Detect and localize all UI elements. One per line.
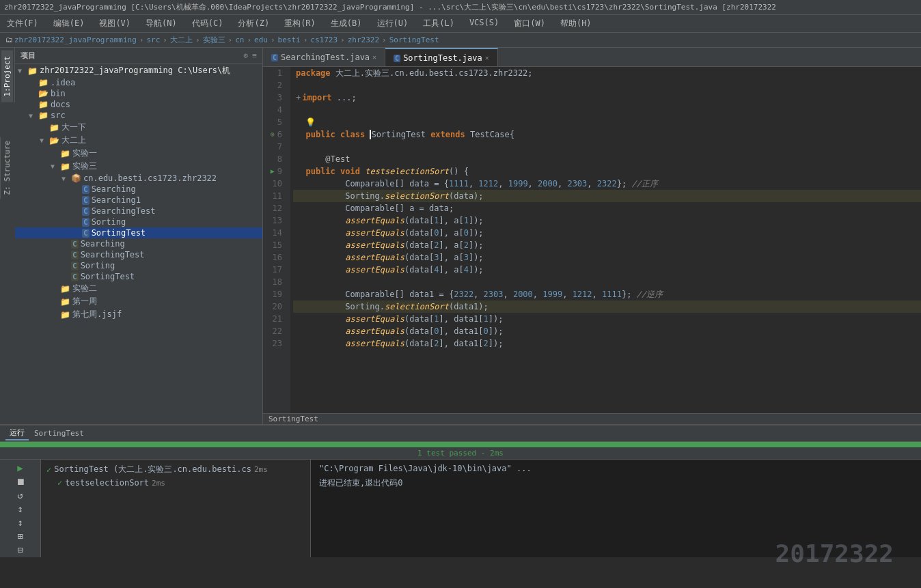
line-num-text: 19 — [273, 288, 282, 300]
tree-label: cn.edu.besti.cs1723.zhr2322 — [83, 173, 217, 183]
line-num-text: 21 — [273, 313, 282, 325]
tree-arrow: ▼ — [51, 163, 60, 170]
tree-icon: C — [71, 239, 79, 249]
tree-item[interactable]: 📂bin — [15, 88, 262, 99]
menu-item[interactable]: 运行(U) — [373, 16, 413, 31]
z-structure-tab[interactable]: Z: Structure — [0, 137, 14, 199]
editor-tab[interactable]: C SearchingTest.java ✕ — [263, 48, 385, 66]
code-line — [293, 79, 921, 92]
tab-close-button[interactable]: ✕ — [485, 54, 489, 61]
breadcrumb-item[interactable]: SortingTest — [389, 36, 439, 44]
breadcrumb-item[interactable]: besti — [278, 36, 301, 44]
run-stop-button[interactable]: ⏹ — [12, 476, 29, 487]
tree-item[interactable]: CSorting — [15, 260, 262, 271]
code-editor[interactable]: 12345⊕678▶91011121314151617181920212223 … — [263, 67, 921, 413]
run-tab[interactable]: 运行 — [5, 426, 29, 440]
test-pass-icon: ✓ — [46, 465, 51, 475]
tree-item[interactable]: ▼📁zhr20172322_javaProgramming C:\Users\机 — [15, 64, 262, 77]
tree-item[interactable]: CSearchingTest — [15, 206, 262, 216]
tree-item[interactable]: ▼📦cn.edu.besti.cs1723.zhr2322 — [15, 173, 262, 184]
menu-item[interactable]: 编辑(E) — [49, 16, 89, 31]
tree-item[interactable]: CSearching — [15, 184, 262, 195]
tree-item[interactable]: 📁docs — [15, 99, 262, 110]
tree-item[interactable]: 📁第七周.jsjf — [15, 308, 262, 321]
menu-item[interactable]: 文件(F) — [3, 16, 42, 31]
tree-arrow: ▼ — [29, 112, 38, 120]
run-sort-button[interactable]: ↕ — [12, 503, 29, 514]
menu-item[interactable]: 代码(C) — [188, 16, 228, 31]
breadcrumb-item[interactable]: 实验三 — [203, 35, 225, 45]
editor-tab[interactable]: C SortingTest.java ✕ — [385, 48, 498, 66]
code-line: assertEquals(data[2], data1[2]); — [293, 337, 921, 350]
code-line: assertEquals(data[2], a[2]); — [293, 239, 921, 251]
menu-item[interactable]: 帮助(H) — [556, 16, 596, 31]
run-subtab[interactable]: SortingTest — [34, 429, 84, 438]
tree-item[interactable]: CSearchingTest — [15, 249, 262, 260]
tree-item[interactable]: 📁大一下 — [15, 121, 262, 134]
title-bar: zhr20172322_javaProgramming [C:\Users\机械… — [0, 0, 921, 15]
line-number: 22 — [269, 325, 285, 337]
line-number: 11 — [269, 190, 285, 202]
tree-item[interactable]: ▼📂大二上 — [15, 134, 262, 147]
tree-item[interactable]: ▼📁src — [15, 110, 262, 121]
run-tree-item[interactable]: ✓SortingTest (大二上.实验三.cn.edu.besti.cs2ms — [44, 462, 307, 477]
breadcrumb-item[interactable]: zhr2322 — [348, 36, 379, 44]
run-tree: ✓SortingTest (大二上.实验三.cn.edu.besti.cs2ms… — [41, 460, 311, 557]
tree-item[interactable]: ▼📁实验三 — [15, 160, 262, 173]
gutter-expand-icon[interactable]: ⊕ — [271, 128, 275, 141]
menu-item[interactable]: 分析(Z) — [234, 16, 273, 31]
menu-item[interactable]: 重构(R) — [280, 16, 320, 31]
line-number: 18 — [269, 276, 285, 288]
line-number: 3 — [269, 92, 285, 104]
menu-item[interactable]: 工具(L) — [419, 16, 458, 31]
tree-item[interactable]: 📁实验一 — [15, 147, 262, 160]
fold-icon[interactable]: + — [296, 93, 301, 102]
vtab-project[interactable]: 1:Project — [1, 51, 13, 102]
breadcrumb-item[interactable]: 大二上 — [170, 35, 193, 45]
run-expand-button[interactable]: ⊞ — [12, 531, 29, 542]
tree-item[interactable]: CSearching — [15, 238, 262, 249]
breadcrumb-item[interactable]: edu — [254, 36, 268, 44]
tree-item[interactable]: CSortingTest — [15, 227, 262, 238]
tree-item[interactable]: 📁第一周 — [15, 295, 262, 308]
line-num-text: 8 — [277, 153, 282, 165]
run-rerun-button[interactable]: ↺ — [12, 490, 29, 501]
code-line — [293, 141, 921, 153]
run-collapse-button[interactable]: ⊟ — [12, 544, 29, 555]
line-num-text: 17 — [273, 264, 282, 276]
line-number: 7 — [269, 141, 285, 153]
tree-label: 实验三 — [72, 160, 97, 172]
panel-title: 项目 — [20, 51, 36, 61]
breadcrumb-item[interactable]: src — [146, 36, 160, 44]
run-sort2-button[interactable]: ↕ — [12, 517, 29, 528]
tree-item[interactable]: 📁.idea — [15, 77, 262, 88]
test-progress-bar — [0, 442, 921, 447]
menu-item[interactable]: 导航(N) — [141, 16, 181, 31]
menu-item[interactable]: 窗口(W) — [510, 16, 549, 31]
breadcrumb-separator: › — [247, 36, 251, 44]
breadcrumb-item[interactable]: cn — [235, 36, 244, 44]
gutter-run-icon[interactable]: ▶ — [271, 165, 275, 178]
line-num-text: 14 — [273, 227, 282, 239]
project-panel: 项目 ⚙ ≡ ▼📁zhr20172322_javaProgramming C:\… — [15, 48, 262, 424]
run-tree-item[interactable]: ✓testselectionSort2ms — [44, 477, 307, 489]
tree-label: Sorting — [92, 217, 126, 227]
tree-item[interactable]: CSortingTest — [15, 271, 262, 282]
tree-label: 第七周.jsjf — [72, 309, 122, 320]
code-line: assertEquals(data[0], data1[0]); — [293, 325, 921, 337]
tree-item[interactable]: 📁实验二 — [15, 282, 262, 295]
breadcrumb-item[interactable]: zhr20172322_javaProgramming — [14, 36, 137, 44]
menu-item[interactable]: 生成(B) — [327, 16, 366, 31]
menu-item[interactable]: 视图(V) — [95, 16, 135, 31]
tab-bar: C SearchingTest.java ✕C SortingTest.java… — [263, 48, 921, 67]
run-play-button[interactable]: ▶ — [12, 462, 29, 473]
tree-label: src — [51, 111, 66, 120]
tree-label: 第一周 — [72, 296, 97, 307]
tab-close-button[interactable]: ✕ — [372, 53, 376, 61]
breadcrumb-item[interactable]: cs1723 — [310, 36, 338, 44]
menu-item[interactable]: VCS(S) — [465, 16, 503, 31]
tree-item[interactable]: CSearching1 — [15, 195, 262, 206]
tree-item[interactable]: CSorting — [15, 216, 262, 227]
editor-status-text: SortingTest — [269, 415, 318, 423]
tree-icon: C — [82, 206, 90, 216]
